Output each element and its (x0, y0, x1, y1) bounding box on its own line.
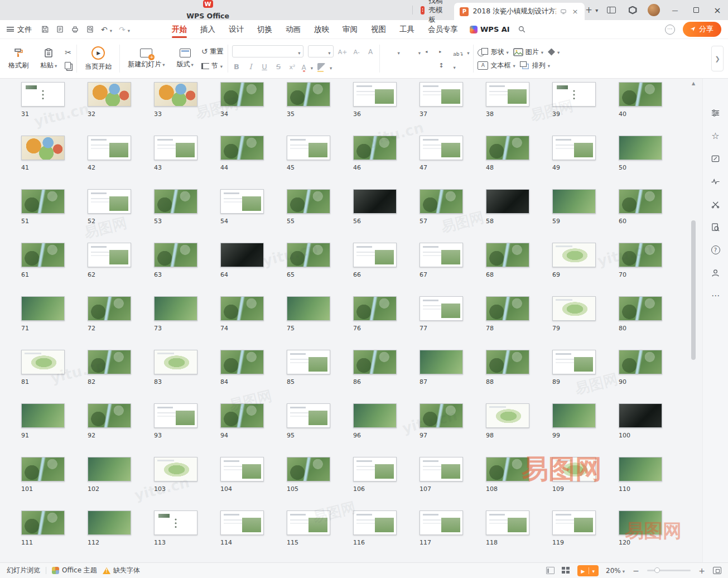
line-spacing-button[interactable] (440, 62, 449, 70)
new-slide-button[interactable]: 新建幻灯片 (124, 46, 168, 72)
scroll-up-icon[interactable] (690, 81, 697, 88)
slide-thumbnail-81[interactable] (21, 350, 65, 374)
slide-thumbnail-58[interactable] (486, 189, 529, 214)
slide-thumbnail-114[interactable] (220, 510, 264, 535)
slide-thumbnail-111[interactable] (21, 510, 65, 535)
menu-tab-插入[interactable]: 插入 (194, 21, 221, 38)
wps-ai-button[interactable]: WPS AI (470, 25, 510, 33)
slide-thumbnail-45[interactable] (287, 136, 330, 160)
slide-thumbnail-101[interactable] (21, 457, 65, 481)
slide-thumbnail-68[interactable] (486, 243, 529, 267)
menu-tab-审阅[interactable]: 审阅 (336, 21, 364, 38)
normal-view-button[interactable] (546, 567, 555, 574)
theme-button[interactable]: Office 主题 (52, 566, 97, 575)
skin-hexagon-icon[interactable] (622, 0, 643, 20)
zoom-level[interactable]: 20% (606, 567, 625, 575)
indent-button[interactable] (439, 47, 449, 56)
slide-thumbnail-62[interactable] (88, 243, 131, 267)
highlight-button[interactable] (317, 63, 325, 70)
minimize-button[interactable] (664, 0, 686, 20)
app-tab[interactable]: W WPS Office (3, 0, 412, 20)
slide-thumbnail-109[interactable] (552, 457, 596, 481)
font-color-button[interactable] (302, 61, 306, 72)
shapes-button[interactable]: 形状 (478, 47, 508, 57)
undo-caret-icon[interactable] (110, 24, 112, 35)
slide-thumbnail-40[interactable] (619, 82, 662, 107)
bullets-button[interactable] (384, 47, 393, 56)
doc-tab-template-store[interactable]: 找稿壳模板 (413, 0, 455, 20)
align-left-button[interactable] (384, 62, 393, 70)
slide-thumbnail-54[interactable] (220, 189, 264, 214)
clear-format-button[interactable] (366, 47, 375, 56)
vertical-scrollbar[interactable] (690, 81, 697, 559)
paste-button[interactable]: 粘贴 (36, 45, 61, 73)
slide-thumbnail-66[interactable] (353, 243, 397, 267)
slide-thumbnail-67[interactable] (420, 243, 463, 267)
outdent-button[interactable] (425, 47, 435, 56)
slide-thumbnail-44[interactable] (220, 136, 264, 160)
slide-thumbnail-73[interactable] (154, 296, 197, 321)
slide-thumbnail-83[interactable] (154, 350, 197, 374)
ribbon-expand-button[interactable] (711, 46, 724, 71)
slide-thumbnail-57[interactable] (420, 189, 463, 214)
justify-button[interactable] (426, 62, 435, 70)
reset-button[interactable]: 重置 (201, 47, 224, 56)
text-direction-button[interactable] (453, 47, 462, 56)
save-icon[interactable] (41, 25, 49, 33)
menu-tab-工具[interactable]: 工具 (393, 21, 421, 38)
font-size-select[interactable] (308, 45, 334, 57)
slide-thumbnail-87[interactable] (420, 350, 463, 374)
slide-thumbnail-93[interactable] (154, 403, 197, 428)
play-slideshow-button[interactable] (577, 565, 599, 576)
slide-thumbnail-100[interactable] (619, 403, 662, 428)
redo-button[interactable] (119, 25, 126, 34)
slide-thumbnail-91[interactable] (21, 403, 65, 428)
search-button[interactable] (518, 25, 526, 33)
zoom-in-button[interactable] (698, 566, 706, 575)
slide-thumbnail-48[interactable] (486, 136, 529, 160)
undo-button[interactable] (101, 25, 108, 34)
slide-thumbnail-35[interactable] (287, 82, 330, 107)
font-family-select[interactable] (232, 45, 303, 57)
slide-thumbnail-105[interactable] (287, 457, 330, 481)
slide-thumbnail-82[interactable] (88, 350, 131, 374)
slide-thumbnail-80[interactable] (619, 296, 662, 321)
share-button[interactable]: 分享 (683, 22, 721, 37)
slide-thumbnail-70[interactable] (619, 243, 662, 267)
slide-thumbnail-110[interactable] (619, 457, 662, 481)
slide-thumbnail-78[interactable] (486, 296, 529, 321)
file-menu-button[interactable]: 文件 (7, 25, 32, 35)
cut-button[interactable] (65, 48, 73, 57)
slide-thumbnail-94[interactable] (220, 403, 264, 428)
avatar[interactable] (648, 4, 660, 16)
slide-thumbnail-63[interactable] (154, 243, 197, 267)
slide-thumbnail-115[interactable] (287, 510, 330, 535)
slide-thumbnail-90[interactable] (619, 350, 662, 374)
menu-tab-设计[interactable]: 设计 (223, 21, 250, 38)
doc-tab-active[interactable]: P 2018 汝瓷小镇规划设计方案[ (454, 3, 585, 20)
slide-thumbnail-32[interactable] (88, 82, 131, 107)
tab-list-caret-icon[interactable] (593, 3, 601, 17)
italic-button[interactable] (246, 62, 255, 71)
slide-thumbnail-77[interactable] (420, 296, 463, 321)
slide-thumbnail-84[interactable] (220, 350, 264, 374)
slide-thumbnail-39[interactable] (552, 82, 596, 107)
slide-thumbnail-72[interactable] (88, 296, 131, 321)
increase-font-button[interactable] (338, 47, 348, 56)
slide-thumbnail-89[interactable] (552, 350, 596, 374)
settings-sliders-icon[interactable] (711, 108, 721, 118)
layout-button[interactable]: 版式 (173, 46, 197, 72)
slide-thumbnail-74[interactable] (220, 296, 264, 321)
slide-thumbnail-112[interactable] (88, 510, 131, 535)
close-tab-icon[interactable] (571, 7, 579, 16)
copy-button[interactable] (65, 62, 73, 69)
fit-window-button[interactable] (713, 567, 721, 574)
assistant-icon[interactable] (711, 268, 721, 278)
slide-thumbnail-120[interactable] (619, 510, 662, 535)
close-button[interactable] (707, 0, 728, 20)
slide-thumbnail-103[interactable] (154, 457, 197, 481)
menu-tab-会员专享[interactable]: 会员专享 (422, 21, 464, 38)
slide-thumbnail-60[interactable] (619, 189, 662, 214)
slide-thumbnail-53[interactable] (154, 189, 197, 214)
feedback-edit-icon[interactable] (711, 153, 721, 163)
